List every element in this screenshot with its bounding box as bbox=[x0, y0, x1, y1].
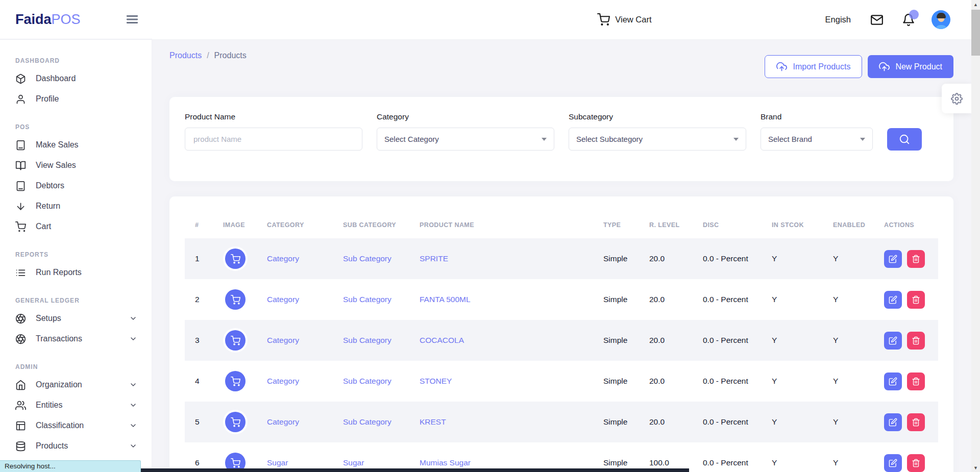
subcategory-link[interactable]: Sub Category bbox=[343, 254, 420, 263]
sidebar-item-return[interactable]: Return bbox=[0, 196, 152, 216]
edit-button[interactable] bbox=[884, 332, 902, 350]
actions-cell bbox=[884, 291, 928, 309]
sidebar-item-run-reports[interactable]: Run Reports bbox=[0, 262, 152, 283]
delete-button[interactable] bbox=[907, 454, 925, 472]
category-link[interactable]: Sugar bbox=[267, 458, 343, 467]
user-avatar[interactable] bbox=[932, 10, 950, 29]
type-cell: Simple bbox=[603, 377, 649, 386]
product-image-avatar[interactable] bbox=[225, 412, 246, 432]
settings-flyout-button[interactable] bbox=[942, 84, 971, 113]
category-select[interactable]: Select Category bbox=[377, 128, 554, 151]
search-button[interactable] bbox=[887, 128, 922, 151]
product-name-link[interactable]: FANTA 500ML bbox=[420, 295, 603, 304]
sidebar-item-label: Make Sales bbox=[36, 140, 79, 150]
row-number: 6 bbox=[195, 458, 223, 467]
breadcrumb-link[interactable]: Products bbox=[169, 51, 202, 60]
delete-button[interactable] bbox=[907, 250, 925, 268]
enabled-cell: Y bbox=[833, 254, 884, 263]
sidebar-item-label: Debtors bbox=[36, 181, 64, 190]
table-row: 4 Category Sub Category STONEY Simple 20… bbox=[185, 361, 938, 402]
delete-button[interactable] bbox=[907, 413, 925, 431]
category-link[interactable]: Category bbox=[267, 295, 343, 304]
sidebar-item-products[interactable]: Products bbox=[0, 436, 152, 456]
product-name-link[interactable]: Mumias Sugar bbox=[420, 458, 603, 467]
product-image-avatar[interactable] bbox=[225, 371, 246, 391]
notifications-button[interactable] bbox=[902, 13, 915, 27]
new-product-button[interactable]: New Product bbox=[868, 55, 953, 78]
language-selector[interactable]: Engish bbox=[825, 15, 851, 24]
trash-icon bbox=[912, 336, 920, 345]
enabled-cell: Y bbox=[833, 336, 884, 345]
edit-button[interactable] bbox=[884, 250, 902, 268]
column-header: IN STCOK bbox=[772, 221, 833, 229]
sidebar-item-entities[interactable]: Entities bbox=[0, 395, 152, 415]
sidebar-item-transactions[interactable]: Transactions bbox=[0, 329, 152, 349]
product-image-avatar[interactable] bbox=[225, 330, 246, 351]
subcategory-link[interactable]: Sub Category bbox=[343, 295, 420, 304]
category-link[interactable]: Category bbox=[267, 417, 343, 427]
row-number: 3 bbox=[195, 336, 223, 345]
notification-badge bbox=[909, 10, 919, 19]
cart-icon bbox=[231, 377, 240, 386]
image-cell bbox=[223, 289, 267, 310]
edit-button[interactable] bbox=[884, 372, 902, 390]
subcategory-select-value: Select Subcategory bbox=[576, 135, 643, 143]
subcategory-link[interactable]: Sub Category bbox=[343, 377, 420, 386]
vertical-scrollbar[interactable]: ▲ ▼ bbox=[971, 0, 980, 472]
filters-panel: Product Name Category Select Category Su… bbox=[169, 97, 953, 181]
column-header: ACTIONS bbox=[884, 221, 928, 229]
discount-cell: 0.0 - Percent bbox=[703, 417, 772, 427]
subcategory-link[interactable]: Sugar bbox=[343, 458, 420, 467]
avatar-hair bbox=[937, 13, 946, 18]
category-link[interactable]: Category bbox=[267, 377, 343, 386]
product-name-link[interactable]: STONEY bbox=[420, 377, 603, 386]
product-image-avatar[interactable] bbox=[225, 249, 246, 269]
import-products-button[interactable]: Import Products bbox=[765, 55, 862, 78]
scrollbar-thumb[interactable] bbox=[971, 10, 980, 56]
sidebar-item-organization[interactable]: Organization bbox=[0, 375, 152, 395]
edit-button[interactable] bbox=[884, 413, 902, 431]
mail-icon[interactable] bbox=[870, 13, 884, 27]
users-icon bbox=[15, 400, 26, 411]
sidebar-item-classification[interactable]: Classification bbox=[0, 415, 152, 436]
product-image-avatar[interactable] bbox=[225, 289, 246, 310]
category-link[interactable]: Category bbox=[267, 336, 343, 345]
sidebar-item-make-sales[interactable]: Make Sales bbox=[0, 135, 152, 155]
subcategory-link[interactable]: Sub Category bbox=[343, 336, 420, 345]
sidebar-item-view-sales[interactable]: View Sales bbox=[0, 155, 152, 176]
edit-button[interactable] bbox=[884, 291, 902, 309]
sidebar-item-dashboard[interactable]: Dashboard bbox=[0, 68, 152, 89]
app-logo[interactable]: FaidaPOS bbox=[15, 12, 81, 28]
sidebar-item-debtors[interactable]: Debtors bbox=[0, 176, 152, 196]
enabled-cell: Y bbox=[833, 377, 884, 386]
scrollbar-up-arrow[interactable]: ▲ bbox=[971, 0, 980, 9]
category-link[interactable]: Category bbox=[267, 254, 343, 263]
upload-cloud-icon bbox=[879, 61, 890, 72]
product-name-link[interactable]: COCACOLA bbox=[420, 336, 603, 345]
product-name-link[interactable]: KREST bbox=[420, 417, 603, 427]
column-header: CATEGORY bbox=[267, 221, 343, 229]
discount-cell: 0.0 - Percent bbox=[703, 336, 772, 345]
logo-bold-text: Faida bbox=[15, 12, 52, 27]
hamburger-menu-icon[interactable] bbox=[126, 13, 139, 26]
sidebar-item-profile[interactable]: Profile bbox=[0, 89, 152, 109]
subcategory-select[interactable]: Select Subcategory bbox=[569, 128, 746, 151]
brand-select[interactable]: Select Brand bbox=[761, 128, 873, 151]
delete-button[interactable] bbox=[907, 332, 925, 350]
subcategory-link[interactable]: Sub Category bbox=[343, 417, 420, 427]
delete-button[interactable] bbox=[907, 291, 925, 309]
delete-button[interactable] bbox=[907, 372, 925, 390]
sidebar-item-cart[interactable]: Cart bbox=[0, 216, 152, 237]
reorder-level-cell: 20.0 bbox=[649, 254, 703, 263]
edit-button[interactable] bbox=[884, 454, 902, 472]
view-cart-button[interactable]: View Cart bbox=[597, 13, 651, 26]
product-name-link[interactable]: SPRITE bbox=[420, 254, 603, 263]
reorder-level-cell: 20.0 bbox=[649, 295, 703, 304]
type-cell: Simple bbox=[603, 336, 649, 345]
scrollbar-down-arrow[interactable]: ▼ bbox=[971, 463, 980, 472]
cart-icon bbox=[231, 336, 240, 345]
type-cell: Simple bbox=[603, 254, 649, 263]
sidebar-item-setups[interactable]: Setups bbox=[0, 308, 152, 329]
product-name-input[interactable] bbox=[185, 128, 362, 151]
layout-icon bbox=[15, 420, 26, 431]
